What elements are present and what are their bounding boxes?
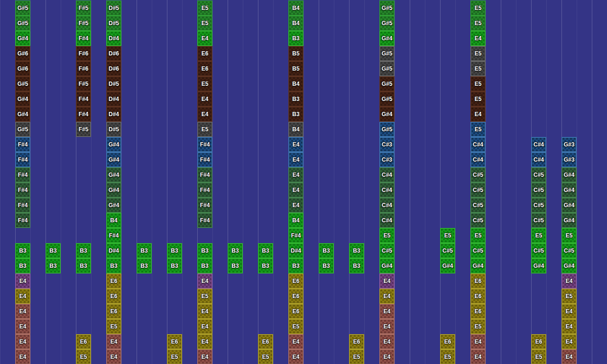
note-cell[interactable]: E6 bbox=[440, 334, 455, 349]
note-cell[interactable]: E6 bbox=[106, 289, 121, 304]
note-cell[interactable]: G#5 bbox=[15, 16, 30, 31]
note-cell[interactable]: E5 bbox=[197, 122, 212, 137]
note-grid[interactable]: G#5G#5G#4G#6G#6G#5G#4G#4G#5F#4F#4F#4F#4F… bbox=[0, 0, 607, 364]
note-cell[interactable]: C#5 bbox=[440, 243, 455, 258]
note-cell[interactable]: F#4 bbox=[15, 198, 30, 213]
note-cell[interactable]: G#4 bbox=[106, 182, 121, 198]
note-cell[interactable]: G#4 bbox=[379, 107, 395, 122]
note-cell[interactable]: G#4 bbox=[106, 152, 121, 167]
note-cell[interactable]: B4 bbox=[288, 122, 304, 137]
note-cell[interactable]: F#6 bbox=[76, 46, 91, 61]
note-cell[interactable]: G#5 bbox=[379, 122, 395, 137]
note-cell[interactable]: E6 bbox=[167, 334, 182, 349]
note-cell[interactable]: E6 bbox=[470, 304, 486, 319]
note-cell[interactable]: E5 bbox=[106, 319, 121, 334]
note-cell[interactable]: B4 bbox=[288, 76, 304, 91]
note-cell[interactable]: F#5 bbox=[76, 76, 91, 91]
note-cell[interactable]: E4 bbox=[288, 152, 304, 167]
note-cell[interactable]: G#4 bbox=[106, 198, 121, 213]
note-cell[interactable]: D#5 bbox=[106, 0, 121, 16]
note-cell[interactable]: E6 bbox=[288, 289, 304, 304]
note-cell[interactable]: E5 bbox=[197, 0, 212, 16]
note-cell[interactable]: G#4 bbox=[106, 137, 121, 152]
note-cell[interactable]: C#4 bbox=[470, 152, 486, 167]
note-cell[interactable]: F#5 bbox=[76, 16, 91, 31]
note-cell[interactable]: C#4 bbox=[470, 137, 486, 152]
note-cell[interactable]: C#3 bbox=[379, 152, 395, 167]
note-cell[interactable]: E5 bbox=[288, 319, 304, 334]
note-cell[interactable]: E5 bbox=[379, 228, 395, 243]
note-cell[interactable]: E5 bbox=[470, 76, 486, 91]
note-cell[interactable]: E5 bbox=[470, 46, 486, 61]
note-cell[interactable]: G#6 bbox=[15, 61, 30, 76]
note-cell[interactable]: B3 bbox=[228, 243, 243, 258]
note-cell[interactable]: E4 bbox=[15, 319, 30, 334]
note-cell[interactable]: C#5 bbox=[531, 167, 546, 182]
note-cell[interactable]: D#4 bbox=[106, 91, 121, 107]
note-cell[interactable]: E5 bbox=[470, 122, 486, 137]
note-cell[interactable]: E5 bbox=[470, 228, 486, 243]
note-cell[interactable]: F#4 bbox=[197, 152, 212, 167]
note-cell[interactable]: E4 bbox=[197, 107, 212, 122]
note-cell[interactable]: B3 bbox=[288, 107, 304, 122]
note-cell[interactable]: E6 bbox=[106, 273, 121, 289]
note-cell[interactable]: E4 bbox=[197, 91, 212, 107]
note-cell[interactable]: E5 bbox=[470, 61, 486, 76]
note-cell[interactable]: E5 bbox=[470, 91, 486, 107]
note-cell[interactable]: B3 bbox=[137, 243, 152, 258]
note-cell[interactable]: E4 bbox=[288, 349, 304, 364]
note-cell[interactable]: E5 bbox=[76, 349, 91, 364]
note-cell[interactable]: E4 bbox=[15, 334, 30, 349]
note-cell[interactable]: C#5 bbox=[470, 182, 486, 198]
note-cell[interactable]: G#4 bbox=[440, 258, 455, 273]
note-cell[interactable]: B3 bbox=[319, 258, 334, 273]
note-cell[interactable]: E5 bbox=[440, 228, 455, 243]
note-cell[interactable]: E6 bbox=[470, 273, 486, 289]
note-cell[interactable]: C#5 bbox=[470, 198, 486, 213]
note-cell[interactable]: F#4 bbox=[197, 198, 212, 213]
note-cell[interactable]: E6 bbox=[470, 289, 486, 304]
note-cell[interactable]: E6 bbox=[288, 273, 304, 289]
note-cell[interactable]: B3 bbox=[288, 258, 304, 273]
note-cell[interactable]: E5 bbox=[470, 0, 486, 16]
note-cell[interactable]: G#4 bbox=[561, 213, 577, 228]
note-cell[interactable]: C#5 bbox=[470, 167, 486, 182]
note-cell[interactable]: E4 bbox=[288, 182, 304, 198]
note-cell[interactable]: E4 bbox=[197, 349, 212, 364]
note-cell[interactable]: E5 bbox=[197, 16, 212, 31]
note-cell[interactable]: F#6 bbox=[76, 61, 91, 76]
note-cell[interactable]: E6 bbox=[197, 46, 212, 61]
note-cell[interactable]: B3 bbox=[76, 258, 91, 273]
note-cell[interactable]: E5 bbox=[258, 349, 273, 364]
note-cell[interactable]: F#4 bbox=[197, 213, 212, 228]
note-cell[interactable]: G#5 bbox=[379, 0, 395, 16]
note-cell[interactable]: G#4 bbox=[561, 167, 577, 182]
note-cell[interactable]: D#5 bbox=[106, 76, 121, 91]
note-cell[interactable]: E6 bbox=[258, 334, 273, 349]
note-cell[interactable]: E4 bbox=[106, 334, 121, 349]
note-cell[interactable]: B4 bbox=[106, 213, 121, 228]
note-cell[interactable]: E4 bbox=[15, 349, 30, 364]
note-cell[interactable]: C#4 bbox=[379, 198, 395, 213]
note-cell[interactable]: E4 bbox=[561, 319, 577, 334]
note-cell[interactable]: C#4 bbox=[379, 213, 395, 228]
note-cell[interactable]: G#4 bbox=[531, 258, 546, 273]
note-cell[interactable]: G#4 bbox=[15, 107, 30, 122]
note-cell[interactable]: B3 bbox=[137, 258, 152, 273]
note-cell[interactable]: C#3 bbox=[379, 137, 395, 152]
note-cell[interactable]: B3 bbox=[167, 243, 182, 258]
note-cell[interactable]: G#5 bbox=[379, 91, 395, 107]
note-cell[interactable]: E4 bbox=[288, 198, 304, 213]
note-cell[interactable]: G#4 bbox=[15, 31, 30, 46]
note-cell[interactable]: E5 bbox=[197, 76, 212, 91]
note-cell[interactable]: B3 bbox=[197, 243, 212, 258]
note-cell[interactable]: D#6 bbox=[106, 46, 121, 61]
note-cell[interactable]: C#5 bbox=[470, 213, 486, 228]
note-cell[interactable]: G#5 bbox=[379, 16, 395, 31]
note-cell[interactable]: E4 bbox=[470, 107, 486, 122]
note-cell[interactable]: E4 bbox=[15, 273, 30, 289]
note-cell[interactable]: F#4 bbox=[288, 228, 304, 243]
note-cell[interactable]: D#4 bbox=[288, 243, 304, 258]
note-cell[interactable]: F#4 bbox=[197, 167, 212, 182]
note-cell[interactable]: E4 bbox=[288, 167, 304, 182]
